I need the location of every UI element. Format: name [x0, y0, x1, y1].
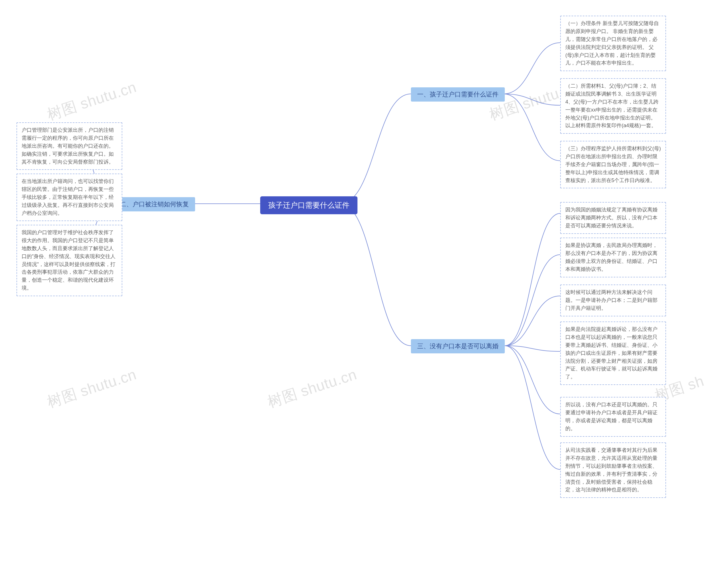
- leaf-b1-2[interactable]: （二）所需材料1、父(母)户口簿；2、结婚证或法院民事调解书 3、出生医学证明 …: [560, 78, 666, 134]
- leaf-b2-2[interactable]: 在当地派出所户籍询问，也可以找管你们辖区的民警。由于注销户口，再恢复一些手续比较…: [17, 174, 122, 221]
- leaf-b2-1[interactable]: 户口管理部门是公安派出所，户口的注销需履行一定的程序的，你可向原户口所在地派出所…: [17, 122, 122, 170]
- leaf-b3-6[interactable]: 从司法实践看，交通肇事者对其行为后果并不存在故意，允许其适用从宽处理的量刑情节，…: [560, 443, 666, 498]
- branch-node-documents-needed[interactable]: 一、孩子迁户口需要什么证件: [411, 87, 505, 102]
- watermark: 树图 shutu.cn: [265, 365, 360, 412]
- leaf-b3-5[interactable]: 所以说，没有户口本还是可以离婚的。只要通过申请补办户口本或者是开具户籍证明，亦或…: [560, 397, 666, 437]
- leaf-b3-1[interactable]: 因为我国的婚姻法规定了离婚有协议离婚和诉讼离婚两种方式。所以，没有户口本是否可以…: [560, 202, 666, 234]
- branch-node-hukou-restore[interactable]: 二、户口被注销如何恢复: [114, 197, 195, 211]
- branch-node-divorce-without-hukou[interactable]: 三、没有户口本是否可以离婚: [411, 339, 505, 353]
- leaf-b1-1[interactable]: （一）办理条件 新生婴儿可按随父随母自愿的原则申报户口。 非婚生育的新生婴儿，需…: [560, 16, 666, 71]
- leaf-b3-3[interactable]: 这时候可以通过两种方法来解决这个问题。一是申请补办户口本；二是到户籍部门开具户籍…: [560, 284, 666, 317]
- leaf-b3-4[interactable]: 如果是向法院提起离婚诉讼，那么没有户口本也是可以起诉离婚的，一般来说您只要带上离…: [560, 322, 666, 385]
- watermark: 树图 shutu.cn: [45, 365, 139, 412]
- leaf-b1-3[interactable]: （三）办理程序监护人持所需材料到父(母)户口所在地派出所申报出生四、办理时限手续…: [560, 141, 666, 189]
- leaf-b2-3[interactable]: 我国的户口管理对于维护社会秩序发挥了很大的作用。我国的户口登记不只是简单地数数人…: [17, 225, 122, 296]
- leaf-b3-2[interactable]: 如果是协议离婚，去民政局办理离婚时，那么没有户口本是办不了的，因为协议离婚必须带…: [560, 237, 666, 277]
- watermark: 树图 shutu.cn: [45, 77, 139, 125]
- root-node[interactable]: 孩子迁户口需要什么证件: [260, 196, 358, 214]
